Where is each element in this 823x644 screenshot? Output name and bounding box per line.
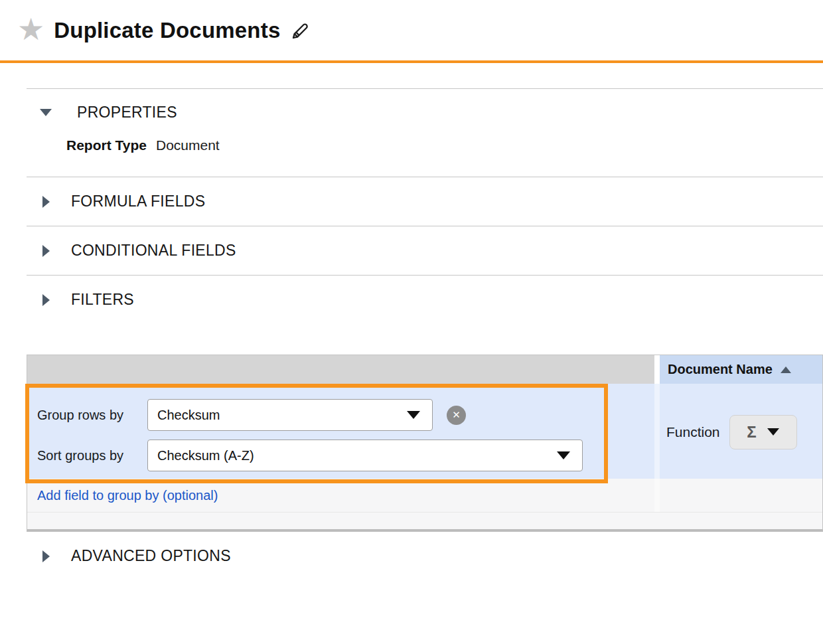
expand-arrow-icon[interactable] bbox=[42, 550, 50, 562]
chevron-down-icon bbox=[557, 451, 570, 459]
sort-groups-by-row: Sort groups by Checksum (A-Z) bbox=[37, 440, 654, 471]
sort-groups-by-label: Sort groups by bbox=[37, 448, 147, 463]
add-field-row: Add field to group by (optional) bbox=[27, 479, 822, 512]
expand-arrow-icon[interactable] bbox=[42, 196, 50, 208]
sigma-icon: Σ bbox=[747, 423, 756, 442]
section-label[interactable]: FORMULA FIELDS bbox=[71, 193, 205, 210]
report-type-label: Report Type bbox=[66, 137, 147, 153]
add-field-cell: Add field to group by (optional) bbox=[27, 479, 654, 512]
group-rows-by-label: Group rows by bbox=[37, 408, 147, 423]
group-rows-by-row: Group rows by Checksum ✕ bbox=[37, 399, 654, 431]
group-settings-cell: Group rows by Checksum ✕ Sort groups by … bbox=[27, 384, 654, 480]
group-header-cell bbox=[27, 355, 654, 384]
column-header-label[interactable]: Document Name bbox=[668, 362, 773, 377]
add-field-link[interactable]: Add field to group by (optional) bbox=[37, 488, 218, 503]
favorite-star-icon[interactable]: ★ bbox=[17, 14, 44, 44]
section-label[interactable]: PROPERTIES bbox=[77, 104, 177, 121]
table-footer-strip bbox=[27, 512, 822, 529]
column-header-document-name[interactable]: Document Name bbox=[660, 355, 822, 384]
expand-arrow-icon[interactable] bbox=[42, 294, 50, 306]
remove-group-button[interactable]: ✕ bbox=[447, 406, 466, 425]
chevron-down-icon bbox=[767, 428, 779, 436]
page-header: ★ Duplicate Documents bbox=[0, 0, 823, 60]
section-header-conditional-fields[interactable]: CONDITIONAL FIELDS bbox=[27, 226, 823, 275]
close-icon: ✕ bbox=[452, 409, 461, 421]
group-rows-by-dropdown[interactable]: Checksum bbox=[147, 399, 433, 431]
section-label[interactable]: ADVANCED OPTIONS bbox=[71, 547, 231, 565]
expand-arrow-icon[interactable] bbox=[42, 245, 50, 257]
section-header-properties[interactable]: PROPERTIES bbox=[27, 104, 823, 121]
function-label: Function bbox=[666, 424, 720, 440]
group-rows-by-value: Checksum bbox=[157, 408, 220, 423]
section-properties: PROPERTIES Report Type Document bbox=[27, 89, 823, 177]
section-header-formula-fields[interactable]: FORMULA FIELDS bbox=[27, 177, 823, 226]
section-header-filters[interactable]: FILTERS bbox=[27, 276, 823, 324]
section-header-advanced-options[interactable]: ADVANCED OPTIONS bbox=[27, 532, 823, 580]
section-label[interactable]: CONDITIONAL FIELDS bbox=[71, 242, 236, 260]
sort-groups-by-value: Checksum (A-Z) bbox=[157, 448, 254, 463]
grouping-row: Group rows by Checksum ✕ Sort groups by … bbox=[27, 384, 822, 479]
table-header-row: Document Name bbox=[27, 355, 822, 384]
sort-groups-by-dropdown[interactable]: Checksum (A-Z) bbox=[147, 440, 583, 471]
page-title: Duplicate Documents bbox=[54, 18, 280, 43]
report-type-value: Document bbox=[156, 137, 220, 153]
chevron-down-icon bbox=[407, 411, 420, 419]
report-type-row: Report Type Document bbox=[66, 136, 823, 155]
sort-ascending-icon[interactable] bbox=[781, 366, 791, 373]
grouping-table: Document Name Group rows by Checksum ✕ bbox=[27, 355, 823, 532]
function-dropdown-button[interactable]: Σ bbox=[729, 415, 797, 449]
collapse-arrow-icon[interactable] bbox=[40, 109, 52, 116]
function-cell: Function Σ bbox=[660, 384, 822, 480]
section-label[interactable]: FILTERS bbox=[71, 291, 134, 309]
edit-pencil-icon[interactable] bbox=[289, 21, 311, 44]
